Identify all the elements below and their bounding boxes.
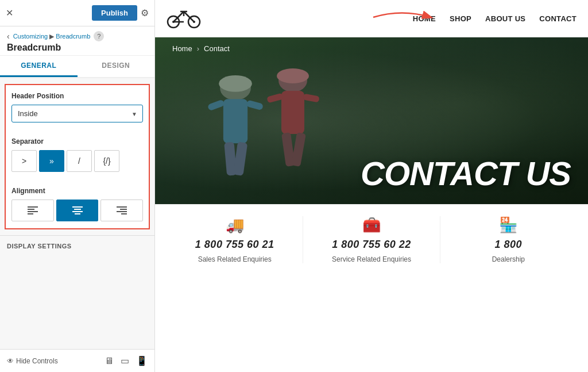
dealership-phone: 1 800 [495,239,523,251]
nav-links: HOME SHOP ABOUT US CONTACT [413,14,577,23]
alignment-label: Alignment [11,187,143,195]
svg-rect-3 [28,213,33,214]
svg-rect-2 [28,211,38,212]
truck-icon: 🚚 [226,216,244,234]
device-icons: 🖥 ▭ 📱 [105,355,148,366]
svg-rect-9 [120,209,127,210]
align-right-button[interactable] [100,200,143,221]
hero-section: Home › Contact CONTACT US [155,37,588,204]
svg-rect-6 [72,211,83,212]
alignment-section: Alignment [11,187,143,221]
top-bar: ✕ Publish ⚙ [0,0,154,26]
align-center-button[interactable] [56,200,99,221]
cyclist-right-silhouette [247,55,339,204]
tab-design[interactable]: DESIGN [78,56,155,77]
svg-rect-7 [75,213,80,214]
svg-rect-0 [28,206,38,208]
dealership-label: Dealership [492,255,525,263]
tablet-icon[interactable]: ▭ [121,355,129,366]
info-item-sales: 🚚 1 800 755 60 21 Sales Related Enquirie… [167,216,303,263]
nav-contact[interactable]: CONTACT [539,14,577,23]
separator-chevron-button[interactable]: > [11,150,37,172]
tabs-row: GENERAL DESIGN [0,56,154,78]
separator-label: Separator [11,137,143,145]
separator-double-chevron-button[interactable]: » [39,150,64,172]
left-panel: ✕ Publish ⚙ ‹ Customizing ▶ Breadcrumb ?… [0,0,155,372]
hero-breadcrumb-home: Home [172,44,192,53]
hero-breadcrumb-contact: Contact [204,44,230,53]
service-label: Service Related Enquiries [332,255,411,263]
svg-rect-35 [291,132,306,167]
service-phone: 1 800 755 60 22 [332,239,411,251]
svg-rect-24 [223,99,247,143]
svg-rect-10 [117,211,127,212]
breadcrumb-path: Customizing ▶ Breadcrumb [13,33,91,40]
svg-rect-32 [266,93,284,103]
header-position-select-wrapper: Inside Outside Above [11,105,143,122]
svg-rect-8 [117,206,127,208]
tab-general[interactable]: GENERAL [0,56,78,77]
bike-logo-icon [167,6,201,29]
close-icon[interactable]: ✕ [6,7,13,18]
info-bar: 🚚 1 800 755 60 21 Sales Related Enquirie… [155,204,588,269]
site-nav: HOME SHOP ABOUT US CONTACT [155,0,588,37]
separator-slash-button[interactable]: / [67,150,92,172]
general-settings-section: Header Position Inside Outside Above Sep… [5,84,150,229]
svg-rect-25 [207,99,225,112]
svg-rect-1 [28,209,34,210]
header-position-label: Header Position [11,92,143,100]
separator-section: Separator > » / {/} [11,137,143,172]
back-arrow-icon[interactable]: ‹ [7,32,10,41]
hero-title: CONTACT US [361,154,571,193]
svg-rect-33 [303,94,319,103]
breadcrumb-bar: ‹ Customizing ▶ Breadcrumb ? Breadcrumb [0,26,154,56]
publish-button[interactable]: Publish [92,5,137,21]
nav-about[interactable]: ABOUT US [485,14,525,23]
site-logo [167,6,201,31]
header-position-select[interactable]: Inside Outside Above [11,105,143,122]
red-arrow-indicator [368,6,436,31]
svg-rect-11 [121,213,127,214]
sales-label: Sales Related Enquiries [198,255,272,263]
info-item-dealership: 🏪 1 800 Dealership [440,216,577,263]
store-icon: 🏪 [499,216,517,234]
mobile-icon[interactable]: 📱 [136,355,148,366]
svg-point-30 [277,68,309,83]
hero-breadcrumb-sep: › [197,44,199,53]
display-settings-bar: DISPLAY SETTINGS [0,235,154,256]
help-icon[interactable]: ? [94,31,104,41]
nav-shop[interactable]: SHOP [450,14,471,23]
svg-rect-31 [281,91,304,134]
align-left-button[interactable] [11,200,54,221]
separator-curly-button[interactable]: {/} [94,150,119,172]
svg-rect-4 [72,206,83,208]
hide-controls-button[interactable]: 👁 Hide Controls [7,357,58,365]
bottom-bar: 👁 Hide Controls 🖥 ▭ 📱 [0,349,154,372]
separator-buttons: > » / {/} [11,150,143,172]
info-item-service: 🧰 1 800 755 60 22 Service Related Enquir… [303,216,439,263]
gear-icon[interactable]: ⚙ [141,7,149,18]
right-panel: HOME SHOP ABOUT US CONTACT [155,0,588,372]
toolbox-icon: 🧰 [362,216,381,234]
hero-breadcrumb: Home › Contact [155,37,588,60]
svg-rect-5 [74,209,81,210]
alignment-buttons [11,200,143,221]
hide-controls-label: Hide Controls [16,357,58,365]
desktop-icon[interactable]: 🖥 [105,356,114,366]
panel-content: Header Position Inside Outside Above Sep… [0,78,154,349]
sales-phone: 1 800 755 60 21 [195,239,274,251]
eye-icon: 👁 [7,357,14,365]
breadcrumb-title: Breadcrumb [7,43,104,53]
